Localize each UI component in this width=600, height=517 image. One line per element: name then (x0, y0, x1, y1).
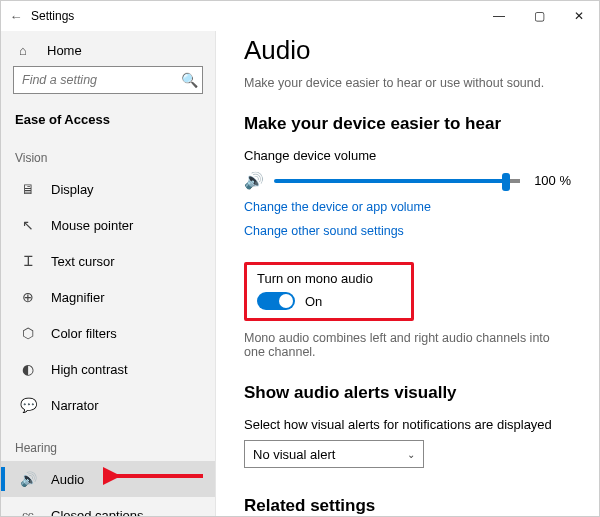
home-nav[interactable]: ⌂ Home (1, 37, 215, 66)
visual-alert-value: No visual alert (253, 447, 335, 462)
home-label: Home (47, 43, 82, 58)
window-title: Settings (31, 9, 479, 23)
mono-label: Turn on mono audio (257, 271, 401, 286)
text-cursor-icon: Ꮖ (19, 253, 37, 270)
high-contrast-icon: ◐ (19, 361, 37, 377)
vision-head: Vision (1, 133, 215, 171)
section-related-head: Related settings (244, 496, 571, 516)
search-input[interactable] (22, 73, 181, 87)
volume-value: 100 % (534, 173, 571, 188)
sidebar-item-label: Text cursor (51, 254, 115, 269)
sidebar-item-label: Mouse pointer (51, 218, 133, 233)
visual-alert-select[interactable]: No visual alert ⌄ (244, 440, 424, 468)
sidebar-item-label: Color filters (51, 326, 117, 341)
maximize-button[interactable]: ▢ (519, 1, 559, 31)
sidebar-item-closed-captions[interactable]: ㏄Closed captions (1, 497, 215, 516)
sidebar-item-label: Magnifier (51, 290, 104, 305)
change-volume-link[interactable]: Change the device or app volume (244, 200, 571, 214)
audio-icon: 🔊 (19, 471, 37, 487)
page-title: Audio (244, 35, 571, 66)
chevron-down-icon: ⌄ (407, 449, 415, 460)
sidebar-item-audio[interactable]: 🔊Audio (1, 461, 215, 497)
home-icon: ⌂ (19, 43, 33, 58)
sidebar-item-color-filters[interactable]: ⬡Color filters (1, 315, 215, 351)
section-hear-head: Make your device easier to hear (244, 114, 571, 134)
back-button[interactable]: ← (1, 9, 31, 24)
sidebar-item-high-contrast[interactable]: ◐High contrast (1, 351, 215, 387)
display-icon: 🖥 (19, 181, 37, 197)
mouse-pointer-icon: ↖ (19, 217, 37, 233)
sidebar-item-text-cursor[interactable]: ᏆText cursor (1, 243, 215, 279)
minimize-button[interactable]: — (479, 1, 519, 31)
sidebar-item-label: High contrast (51, 362, 128, 377)
mono-state: On (305, 294, 322, 309)
sidebar-item-narrator[interactable]: 💬Narrator (1, 387, 215, 423)
sidebar-item-label: Display (51, 182, 94, 197)
visual-label: Select how visual alerts for notificatio… (244, 417, 571, 432)
close-button[interactable]: ✕ (559, 1, 599, 31)
sidebar-item-label: Narrator (51, 398, 99, 413)
closed-captions-icon: ㏄ (19, 506, 37, 516)
sidebar: ⌂ Home 🔍 Ease of Access Vision 🖥Display↖… (1, 31, 216, 516)
slider-thumb[interactable] (502, 173, 510, 191)
sidebar-item-label: Audio (51, 472, 84, 487)
sidebar-item-magnifier[interactable]: ⊕Magnifier (1, 279, 215, 315)
volume-label: Change device volume (244, 148, 571, 163)
section-visual-head: Show audio alerts visually (244, 383, 571, 403)
ease-of-access-head: Ease of Access (1, 106, 215, 133)
narrator-icon: 💬 (19, 397, 37, 413)
volume-slider[interactable] (274, 179, 508, 183)
sidebar-item-label: Closed captions (51, 508, 144, 517)
volume-icon: 🔊 (244, 171, 264, 190)
mono-audio-box: Turn on mono audio On (244, 262, 414, 321)
mono-toggle[interactable] (257, 292, 295, 310)
sidebar-item-display[interactable]: 🖥Display (1, 171, 215, 207)
hearing-head: Hearing (1, 423, 215, 461)
sidebar-item-mouse-pointer[interactable]: ↖Mouse pointer (1, 207, 215, 243)
mono-desc: Mono audio combines left and right audio… (244, 331, 571, 359)
color-filters-icon: ⬡ (19, 325, 37, 341)
magnifier-icon: ⊕ (19, 289, 37, 305)
page-subtitle: Make your device easier to hear or use w… (244, 76, 571, 90)
search-icon: 🔍 (181, 72, 198, 88)
other-sound-link[interactable]: Change other sound settings (244, 224, 571, 238)
search-input-wrap[interactable]: 🔍 (13, 66, 203, 94)
content-area: Audio Make your device easier to hear or… (216, 31, 599, 516)
